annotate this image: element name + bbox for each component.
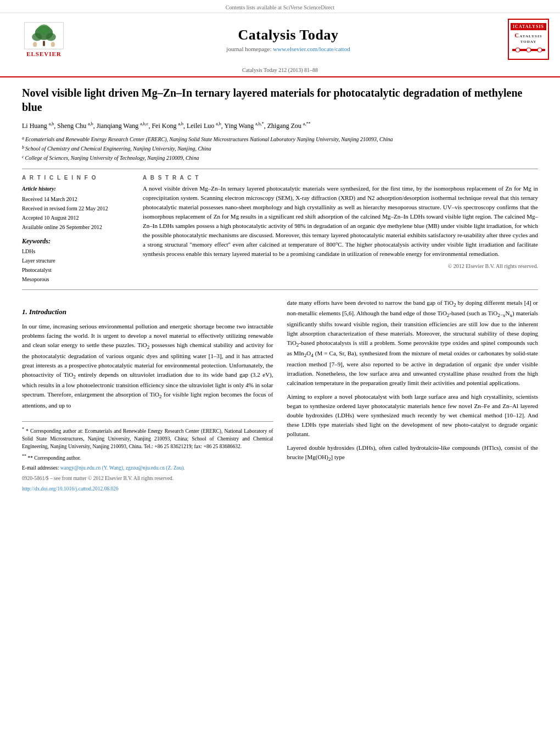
aff-text-c: College of Sciences, Nanjing University … — [25, 154, 538, 162]
footnote-star1: * * Corresponding author at: Ecomaterial… — [22, 426, 273, 451]
body-para-2: date many efforts have been devoted to n… — [287, 298, 539, 388]
aff-text-b: School of Chemistry and Chemical Enginee… — [25, 144, 538, 153]
svg-point-10 — [516, 48, 520, 52]
svg-rect-2 — [43, 41, 45, 46]
body-content: 1. Introduction In our time, increasing … — [22, 298, 538, 493]
keywords-label: Keywords: — [22, 237, 132, 246]
author-sup-1: a,b — [49, 121, 54, 126]
section-1-title: 1. Introduction — [22, 306, 273, 317]
affiliations: a Ecomaterials and Renewable Energy Rese… — [22, 135, 538, 162]
catalysis-logo-today: CATALYSISTODAY — [514, 31, 542, 44]
aff-super-b: b — [22, 144, 24, 151]
aff-super-a: a — [22, 135, 24, 142]
journal-homepage: journal homepage: www.elsevier.com/locat… — [77, 46, 500, 52]
body-col-right: date many efforts have been devoted to n… — [287, 298, 539, 493]
svg-point-12 — [537, 48, 542, 52]
history-received: Received 14 March 2012 — [22, 196, 77, 202]
header-main: ELSEVIER Catalysis Today journal homepag… — [0, 13, 560, 65]
affiliation-a: a Ecomaterials and Renewable Energy Rese… — [22, 135, 538, 143]
svg-point-5 — [46, 33, 56, 41]
keyword-3: Photocatalyst — [22, 267, 52, 273]
affiliation-c: c College of Sciences, Nanjing Universit… — [22, 154, 538, 162]
homepage-url[interactable]: www.elsevier.com/locate/cattod — [273, 46, 350, 52]
page-wrapper: Contents lists available at SciVerse Sci… — [0, 0, 560, 742]
author-sup-2: a,b — [88, 121, 93, 126]
keywords-list: LDHs Layer structure Photocatalyst Mesop… — [22, 247, 132, 284]
svg-point-8 — [51, 42, 55, 47]
aff-text-a: Ecomaterials and Renewable Energy Resear… — [25, 135, 538, 143]
author-sup-3: a,b,c — [140, 121, 148, 126]
author-sup-5: a,b — [216, 121, 221, 126]
author-sup-6: a,b,* — [255, 121, 264, 126]
history-label: Article history: — [22, 184, 132, 193]
keyword-4: Mesoporous — [22, 276, 49, 282]
journal-header: Contents lists available at SciVerse Sci… — [0, 0, 560, 77]
copyright-line: © 2012 Elsevier B.V. All rights reserved… — [143, 263, 538, 269]
abstract-header: A B S T R A C T — [143, 175, 538, 181]
sciverse-bar: Contents lists available at SciVerse Sci… — [0, 3, 560, 13]
catalysis-logo: ICATALYSIS CATALYSISTODAY — [508, 19, 549, 60]
issue-info: Catalysis Today 212 (2013) 81–88 — [242, 67, 318, 73]
info-abstract-cols: A R T I C L E I N F O Article history: R… — [22, 175, 538, 284]
catalysis-logo-inner: ICATALYSIS — [511, 23, 546, 30]
catalysis-logo-area: ICATALYSIS CATALYSISTODAY — [500, 19, 549, 60]
history-accepted: Accepted 10 August 2012 — [22, 215, 79, 221]
svg-point-11 — [527, 48, 531, 52]
article-info-header: A R T I C L E I N F O — [22, 175, 132, 181]
doi-line: http://dx.doi.org/10.1016/j.cattod.2012.… — [22, 485, 273, 493]
journal-title-area: Catalysis Today journal homepage: www.el… — [77, 27, 500, 52]
elsevier-logo: ELSEVIER — [11, 22, 77, 57]
issn-line: 0920-5861/$ – see front matter © 2012 El… — [22, 475, 273, 482]
svg-point-6 — [38, 24, 50, 34]
svg-point-7 — [33, 42, 37, 47]
article-info-section: A R T I C L E I N F O Article history: R… — [22, 175, 132, 232]
body-para-1: In our time, increasing serious environm… — [22, 322, 273, 410]
divider-2 — [22, 289, 538, 290]
keywords-section: Keywords: LDHs Layer structure Photocata… — [22, 237, 132, 284]
abstract-col: A B S T R A C T A novel visible driven M… — [143, 175, 538, 284]
article-info-col: A R T I C L E I N F O Article history: R… — [22, 175, 132, 284]
footnote-text-1: * Corresponding author at: Ecomaterials … — [22, 428, 273, 450]
journal-issue-bar: Catalysis Today 212 (2013) 81–88 — [0, 65, 560, 76]
footnote-emails: E-mail addresses: wangy@nju.edu.cn (Y. W… — [22, 464, 273, 472]
footnote-star2: ** ** Corresponding author. — [22, 453, 273, 462]
divider-1 — [22, 169, 538, 169]
history-online: Available online 26 September 2012 — [22, 224, 102, 230]
affiliation-b: b School of Chemistry and Chemical Engin… — [22, 144, 538, 153]
author-sup-7: a,** — [303, 121, 311, 126]
aff-super-c: c — [22, 154, 24, 160]
article-content: Novel visible light driven Mg–Zn–In tern… — [0, 77, 560, 504]
doi-text[interactable]: http://dx.doi.org/10.1016/j.cattod.2012.… — [22, 486, 119, 492]
footnote-sup-2: ** — [22, 454, 26, 459]
body-para-3: Aiming to explore a novel photocatalyst … — [287, 392, 539, 439]
journal-title: Catalysis Today — [77, 27, 500, 43]
catalysis-logo-graphic — [512, 44, 545, 55]
elsevier-wordmark: ELSEVIER — [26, 51, 61, 57]
svg-point-4 — [32, 33, 42, 41]
issn-text: 0920-5861/$ – see front matter © 2012 El… — [22, 476, 173, 481]
keyword-2: Layer structure — [22, 258, 55, 264]
footnotes: * * Corresponding author at: Ecomaterial… — [22, 421, 273, 493]
sciverse-text: Contents lists available at SciVerse Sci… — [226, 4, 335, 10]
elsevier-tree-icon — [22, 22, 66, 49]
email-label: E-mail addresses: — [22, 465, 59, 471]
history-revised: Received in revised form 22 May 2012 — [22, 205, 108, 211]
elsevier-logo-area: ELSEVIER — [11, 22, 77, 57]
keyword-1: LDHs — [22, 248, 35, 254]
article-history: Article history: Received 14 March 2012 … — [22, 184, 132, 232]
email-addresses: wangy@nju.edu.cn (Y. Wang), zgzou@nju.ed… — [60, 465, 185, 471]
body-para-4: Layered double hydroxides (LDHs), often … — [287, 443, 539, 463]
abstract-text: A novel visible driven Mg–Zn–In ternary … — [143, 184, 538, 259]
body-col-left: 1. Introduction In our time, increasing … — [22, 298, 273, 493]
author-sup-4: a,b — [178, 121, 183, 126]
footnote-sup-1: * — [22, 427, 24, 432]
footnote-text-2: ** Corresponding author. — [27, 455, 81, 461]
authors-line: Li Huang a,b, Sheng Chu a,b, Jianqiang W… — [22, 121, 538, 131]
homepage-label: journal homepage: — [226, 46, 271, 52]
body-two-cols: 1. Introduction In our time, increasing … — [22, 298, 538, 493]
article-title: Novel visible light driven Mg–Zn–In tern… — [22, 86, 538, 114]
